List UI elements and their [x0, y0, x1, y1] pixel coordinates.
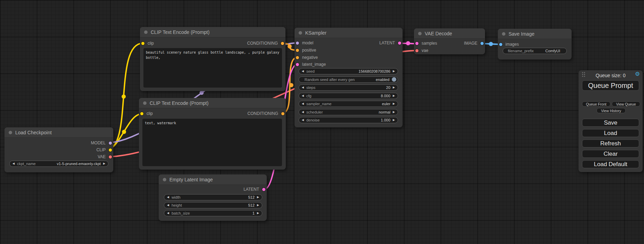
widget-height[interactable]: ◀ height 512 ▶	[164, 202, 262, 208]
input-slot-samples[interactable]: samples	[414, 40, 437, 47]
view-queue-button[interactable]: View Queue	[612, 101, 640, 107]
decrement-arrow-icon[interactable]: ◀	[302, 119, 304, 121]
node-clip-text-encode-negative[interactable]: CLIP Text Encode (Prompt) clip CONDITION…	[139, 98, 286, 170]
node-save-image[interactable]: Save Image images filename_prefix ComfyU…	[498, 29, 572, 60]
collapse-dot-icon[interactable]	[299, 31, 302, 35]
input-slot-positive[interactable]: positive	[294, 47, 316, 54]
increment-arrow-icon[interactable]: ▶	[257, 212, 259, 215]
drag-handle-icon[interactable]	[582, 72, 585, 77]
node-ksampler[interactable]: KSampler model positive negative latent_…	[294, 28, 403, 127]
negative-input-dot[interactable]	[296, 56, 299, 59]
node-load-checkpoint[interactable]: Load Checkpoint MODEL CLIP VAE ◀ ckpt_na…	[5, 127, 113, 172]
decrement-arrow-icon[interactable]: ◀	[302, 86, 304, 89]
decrement-arrow-icon[interactable]: ◀	[167, 196, 169, 199]
decrement-arrow-icon[interactable]: ◀	[302, 94, 304, 97]
node-title-bar[interactable]: CLIP Text Encode (Prompt)	[140, 27, 285, 37]
latent-output-dot[interactable]	[262, 188, 265, 191]
widget-filename-prefix[interactable]: filename_prefix ComfyUI	[503, 48, 567, 54]
collapse-dot-icon[interactable]	[143, 101, 147, 105]
increment-arrow-icon[interactable]: ▶	[103, 162, 105, 165]
node-vae-decode[interactable]: VAE Decode samples vae IMAGE	[414, 28, 485, 54]
images-input-dot[interactable]	[499, 43, 502, 46]
conditioning-output-dot[interactable]	[281, 42, 284, 45]
increment-arrow-icon[interactable]: ▶	[393, 94, 395, 97]
model-input-dot[interactable]	[296, 42, 299, 45]
widget-denoise[interactable]: ◀ denoise 1.000 ▶	[299, 117, 398, 123]
widget-cfg[interactable]: ◀ cfg 8.000 ▶	[299, 93, 398, 99]
widget-scheduler[interactable]: ◀ scheduler normal ▶	[299, 109, 398, 115]
settings-gear-icon[interactable]: ⚙	[635, 71, 640, 77]
output-slot-latent[interactable]: LATENT	[379, 40, 403, 46]
decrement-arrow-icon[interactable]: ◀	[302, 102, 304, 105]
widget-sampler-name[interactable]: ◀ sampler_name euler ▶	[299, 101, 398, 107]
collapse-dot-icon[interactable]	[9, 131, 12, 134]
output-slot-vae[interactable]: VAE	[98, 154, 113, 160]
load-default-button[interactable]: Load Default	[582, 160, 639, 168]
prompt-textarea[interactable]: beautiful scenery nature glass bottle la…	[143, 48, 282, 88]
increment-arrow-icon[interactable]: ▶	[393, 111, 395, 114]
node-clip-text-encode-positive[interactable]: CLIP Text Encode (Prompt) clip CONDITION…	[140, 27, 285, 91]
samples-input-dot[interactable]	[415, 42, 418, 45]
output-slot-conditioning[interactable]: CONDITIONING	[247, 40, 285, 47]
load-button[interactable]: Load	[582, 129, 639, 137]
clip-input-dot[interactable]	[140, 112, 143, 115]
decrement-arrow-icon[interactable]: ◀	[302, 70, 304, 73]
node-title-bar[interactable]: KSampler	[294, 28, 403, 38]
widget-width[interactable]: ◀ width 512 ▶	[164, 194, 262, 200]
increment-arrow-icon[interactable]: ▶	[393, 86, 395, 89]
clip-input-dot[interactable]	[141, 42, 144, 45]
output-slot-latent[interactable]: LATENT	[244, 186, 267, 193]
conditioning-output-dot[interactable]	[281, 112, 284, 115]
collapse-dot-icon[interactable]	[502, 32, 505, 36]
prompt-textarea[interactable]: text, watermark	[142, 119, 282, 166]
widget-ckpt-name[interactable]: ◀ ckpt_name v1-5-pruned-emaonly.ckpt ▶	[9, 161, 108, 167]
widget-random-seed-toggle[interactable]: Random seed after every gen enabled	[299, 76, 398, 83]
widget-steps[interactable]: ◀ steps 20 ▶	[299, 84, 398, 91]
output-slot-clip[interactable]: CLIP	[96, 147, 113, 153]
node-title-bar[interactable]: Save Image	[498, 29, 572, 39]
node-empty-latent-image[interactable]: Empty Latent Image LATENT ◀ width 512 ▶ …	[159, 174, 267, 221]
toggle-dot-icon[interactable]	[392, 77, 396, 82]
vae-input-dot[interactable]	[415, 49, 418, 52]
decrement-arrow-icon[interactable]: ◀	[167, 212, 169, 215]
input-slot-negative[interactable]: negative	[294, 54, 318, 61]
input-slot-vae[interactable]: vae	[414, 47, 428, 54]
view-history-button[interactable]: View History	[597, 108, 626, 113]
latent-image-input-dot[interactable]	[296, 63, 299, 66]
positive-input-dot[interactable]	[296, 49, 299, 52]
queue-front-button[interactable]: Queue Front	[582, 101, 610, 107]
input-slot-model[interactable]: model	[294, 40, 314, 46]
collapse-dot-icon[interactable]	[418, 32, 422, 35]
widget-batch-size[interactable]: ◀ batch_size 1 ▶	[164, 210, 262, 216]
decrement-arrow-icon[interactable]: ◀	[167, 204, 169, 207]
increment-arrow-icon[interactable]: ▶	[257, 196, 259, 199]
input-slot-latent-image[interactable]: latent_image	[294, 61, 326, 68]
clear-button[interactable]: Clear	[582, 150, 639, 158]
collapse-dot-icon[interactable]	[163, 178, 166, 181]
widget-seed[interactable]: ◀ seed 156680208700286 ▶	[299, 68, 398, 74]
input-slot-images[interactable]: images	[498, 41, 519, 48]
output-slot-image[interactable]: IMAGE	[464, 40, 485, 47]
decrement-arrow-icon[interactable]: ◀	[302, 111, 304, 114]
increment-arrow-icon[interactable]: ▶	[393, 70, 395, 73]
vae-output-dot[interactable]	[109, 155, 112, 159]
decrement-arrow-icon[interactable]: ◀	[12, 162, 15, 165]
refresh-button[interactable]: Refresh	[582, 139, 639, 147]
image-output-dot[interactable]	[480, 42, 484, 45]
node-title-bar[interactable]: Empty Latent Image	[159, 174, 267, 185]
latent-output-dot[interactable]	[398, 42, 401, 45]
clip-output-dot[interactable]	[109, 148, 112, 152]
output-slot-conditioning[interactable]: CONDITIONING	[247, 110, 286, 117]
queue-prompt-button[interactable]: Queue Prompt	[582, 80, 639, 91]
model-output-dot[interactable]	[109, 142, 112, 145]
output-slot-model[interactable]: MODEL	[91, 140, 113, 146]
collapse-dot-icon[interactable]	[144, 30, 148, 34]
node-title-bar[interactable]: Load Checkpoint	[5, 127, 113, 138]
node-title-bar[interactable]: CLIP Text Encode (Prompt)	[139, 98, 286, 108]
increment-arrow-icon[interactable]: ▶	[393, 102, 395, 105]
input-slot-clip[interactable]: clip	[139, 110, 153, 117]
node-title-bar[interactable]: VAE Decode	[414, 28, 485, 39]
increment-arrow-icon[interactable]: ▶	[393, 119, 395, 121]
save-button[interactable]: Save	[582, 119, 639, 127]
increment-arrow-icon[interactable]: ▶	[257, 204, 259, 207]
